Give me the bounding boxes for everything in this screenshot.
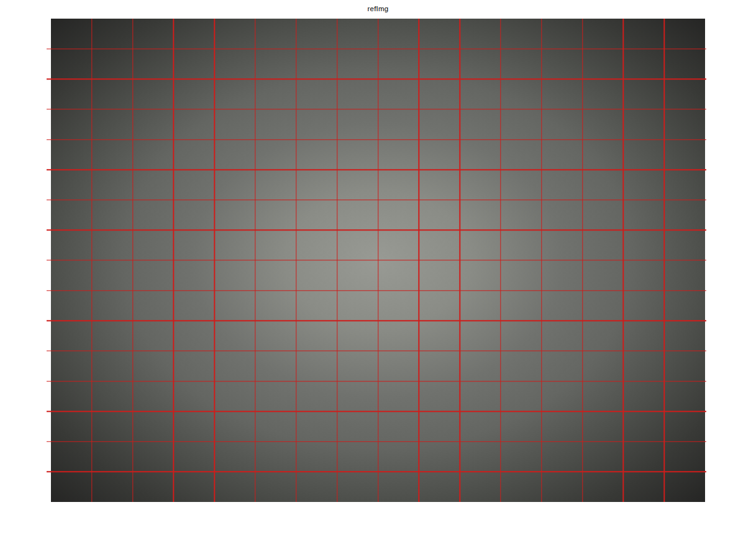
grid-line-horizontal (47, 199, 706, 200)
figure-title: refImg (51, 4, 705, 14)
grid-line-vertical (214, 19, 215, 502)
grid-line-horizontal (47, 350, 706, 351)
grid-line-horizontal (47, 48, 706, 49)
grid-line-vertical (378, 19, 378, 502)
grid-line-horizontal (47, 230, 706, 230)
grid-line-vertical (419, 19, 419, 502)
grid-line-horizontal (47, 441, 706, 442)
grid-line-horizontal (47, 109, 706, 109)
grid-line-vertical (500, 19, 501, 502)
grid-line-vertical (582, 19, 583, 502)
grid-line-vertical (173, 19, 174, 502)
grid-line-horizontal (47, 260, 706, 260)
grid-line-horizontal (47, 472, 706, 472)
grid-line-horizontal (47, 79, 706, 80)
grid-line-vertical (255, 19, 255, 502)
grid-line-horizontal (47, 321, 706, 321)
grid-line-horizontal (47, 290, 706, 291)
grid-line-horizontal (47, 411, 706, 411)
grid-line-vertical (623, 19, 624, 502)
grid-line-horizontal (47, 381, 706, 381)
grid-line-vertical (337, 19, 337, 502)
grid-line-horizontal (47, 139, 706, 140)
refimg-image (51, 19, 705, 502)
grid-line-vertical (132, 19, 133, 502)
grid-overlay (51, 19, 705, 502)
grid-line-vertical (296, 19, 296, 502)
grid-line-vertical (541, 19, 542, 502)
grid-line-vertical (459, 19, 460, 502)
figure-canvas: refImg (0, 0, 756, 538)
grid-line-vertical (663, 19, 664, 502)
grid-line-horizontal (47, 169, 706, 170)
grid-line-vertical (91, 19, 92, 502)
